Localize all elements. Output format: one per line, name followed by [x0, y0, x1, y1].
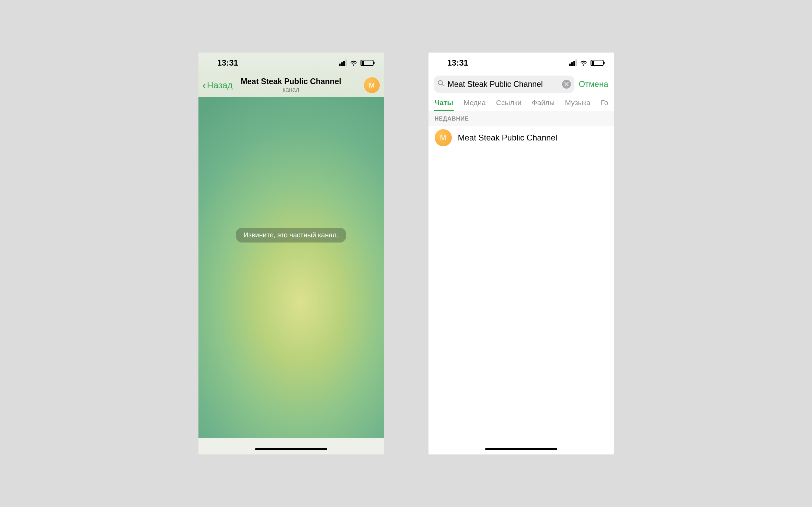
chat-title-block[interactable]: Meat Steak Public Channel канал	[241, 77, 341, 93]
wifi-icon	[350, 60, 358, 66]
cellular-signal-icon	[339, 59, 347, 66]
search-input[interactable]: Meat Steak Public Channel	[434, 76, 575, 93]
svg-line-1	[442, 84, 444, 86]
search-result-item[interactable]: M Meat Steak Public Channel	[428, 126, 614, 150]
section-recent-label: НЕДАВНИЕ	[428, 111, 614, 126]
tab-music[interactable]: Музыка	[565, 99, 590, 111]
battery-icon	[361, 60, 374, 66]
bottom-safe-area	[198, 438, 384, 454]
chevron-left-icon: ‹	[203, 79, 206, 91]
chat-title: Meat Steak Public Channel	[241, 77, 341, 86]
battery-icon	[591, 60, 604, 66]
private-channel-notice: Извините, это частный канал.	[236, 228, 346, 243]
status-time: 13:31	[447, 58, 468, 68]
chat-subtitle: канал	[241, 86, 341, 93]
result-avatar: M	[435, 129, 452, 146]
result-title: Meat Steak Public Channel	[458, 133, 558, 143]
status-icons	[339, 59, 374, 66]
chat-body: Извините, это частный канал.	[198, 97, 384, 438]
tab-files[interactable]: Файлы	[532, 99, 555, 111]
search-filter-tabs: Чаты Медиа Ссылки Файлы Музыка Го	[428, 95, 614, 111]
search-results: НЕДАВНИЕ M Meat Steak Public Channel	[428, 111, 614, 441]
search-icon	[437, 80, 444, 89]
status-bar: 13:31	[428, 53, 614, 73]
svg-point-0	[438, 81, 442, 85]
search-screen: 13:31 Meat Steak Public Channel Отмена Ч…	[428, 53, 614, 454]
home-indicator[interactable]	[485, 448, 557, 450]
status-bar: 13:31	[198, 53, 384, 73]
bottom-safe-area	[428, 441, 614, 454]
tab-links[interactable]: Ссылки	[496, 99, 522, 111]
status-time: 13:31	[217, 58, 238, 68]
back-label: Назад	[207, 80, 233, 91]
tab-voice[interactable]: Го	[601, 99, 608, 111]
channel-view-screen: 13:31 ‹ Назад Meat Steak Public Channel …	[198, 53, 384, 454]
wifi-icon	[580, 60, 588, 66]
cancel-button[interactable]: Отмена	[579, 79, 608, 89]
search-row: Meat Steak Public Channel Отмена	[428, 73, 614, 95]
home-indicator[interactable]	[255, 448, 327, 450]
cellular-signal-icon	[569, 59, 577, 66]
status-icons	[569, 59, 604, 66]
tab-chats[interactable]: Чаты	[435, 99, 454, 111]
tab-media[interactable]: Медиа	[464, 99, 486, 111]
chat-header: ‹ Назад Meat Steak Public Channel канал …	[198, 73, 384, 97]
back-button[interactable]: ‹ Назад	[203, 80, 233, 91]
search-input-value: Meat Steak Public Channel	[448, 80, 559, 89]
channel-avatar[interactable]: M	[364, 77, 380, 93]
clear-search-button[interactable]	[562, 80, 571, 89]
